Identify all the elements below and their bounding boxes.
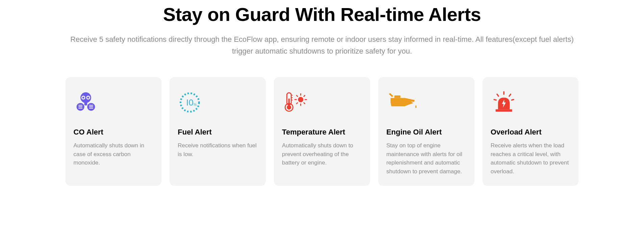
svg-rect-11 [89, 105, 93, 106]
svg-point-3 [82, 97, 84, 99]
fuel-gauge-icon: I0 % [178, 87, 258, 118]
thermometer-sun-icon [282, 87, 362, 118]
svg-line-35 [497, 94, 498, 96]
card-description: Automatically shuts down in case of exce… [74, 141, 154, 167]
svg-rect-10 [78, 108, 82, 109]
svg-rect-13 [89, 108, 93, 109]
svg-line-38 [512, 100, 514, 100]
svg-line-36 [509, 94, 511, 96]
svg-line-29 [297, 95, 298, 96]
siren-icon [491, 87, 571, 118]
card-title: Overload Alert [491, 128, 571, 137]
svg-rect-20 [288, 99, 290, 107]
svg-line-30 [304, 103, 305, 104]
card-engine-oil-alert: Engine Oil Alert Stay on top of engine m… [378, 77, 474, 186]
oil-can-icon [386, 87, 466, 118]
card-temperature-alert: Temperature Alert Automatically shuts do… [274, 77, 370, 186]
svg-text:I0: I0 [186, 98, 194, 107]
card-title: CO Alert [74, 128, 154, 137]
card-title: Temperature Alert [282, 128, 362, 137]
page-heading: Stay on Guard With Real-time Alerts [66, 3, 579, 25]
svg-line-31 [304, 95, 305, 96]
svg-rect-5 [84, 101, 87, 106]
svg-line-37 [494, 100, 496, 100]
cards-row: CO Alert Automatically shuts down in cas… [66, 77, 579, 186]
card-description: Receive alerts when the load reaches a c… [491, 141, 571, 176]
card-title: Fuel Alert [178, 128, 258, 137]
svg-rect-9 [78, 107, 82, 107]
svg-point-4 [87, 97, 89, 99]
card-description: Automatically shuts down to prevent over… [282, 141, 362, 167]
card-title: Engine Oil Alert [386, 128, 466, 137]
card-fuel-alert: I0 % Fuel Alert Receive notifications wh… [170, 77, 266, 186]
svg-line-32 [297, 103, 298, 104]
card-description: Receive notifications when fuel is low. [178, 141, 258, 158]
card-co-alert: CO Alert Automatically shuts down in cas… [66, 77, 162, 186]
svg-rect-33 [394, 95, 401, 98]
svg-rect-39 [495, 110, 512, 112]
gas-mask-icon [74, 87, 154, 118]
svg-text:%: % [194, 103, 197, 107]
card-overload-alert: Overload Alert Receive alerts when the l… [483, 77, 579, 186]
svg-rect-8 [78, 105, 82, 106]
svg-rect-12 [89, 107, 93, 107]
card-description: Stay on top of engine maintenance with a… [386, 141, 466, 176]
svg-point-24 [298, 97, 304, 102]
page-subheading: Receive 5 safety notifications directly … [69, 33, 575, 57]
